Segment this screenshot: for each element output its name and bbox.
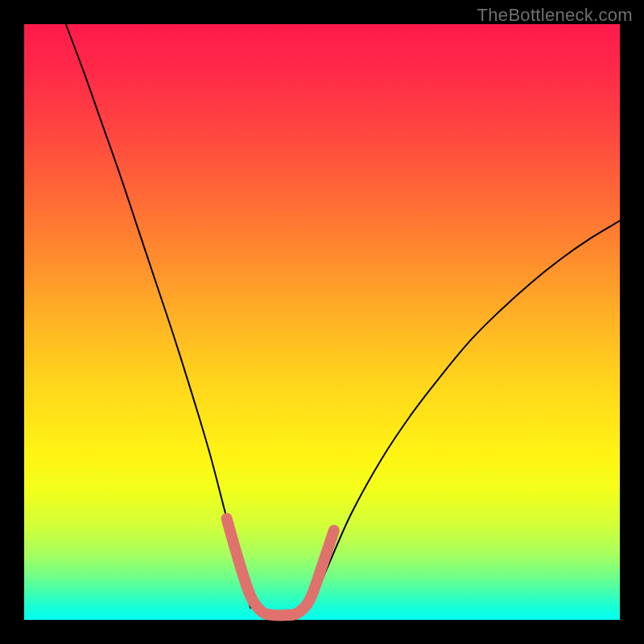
plot-area	[24, 24, 620, 620]
curve-bottom-highlight	[227, 518, 334, 615]
curve-right-branch	[310, 221, 620, 608]
watermark-text: TheBottleneck.com	[477, 5, 633, 26]
curve-layer	[24, 24, 620, 620]
chart-frame: TheBottleneck.com	[0, 0, 644, 644]
